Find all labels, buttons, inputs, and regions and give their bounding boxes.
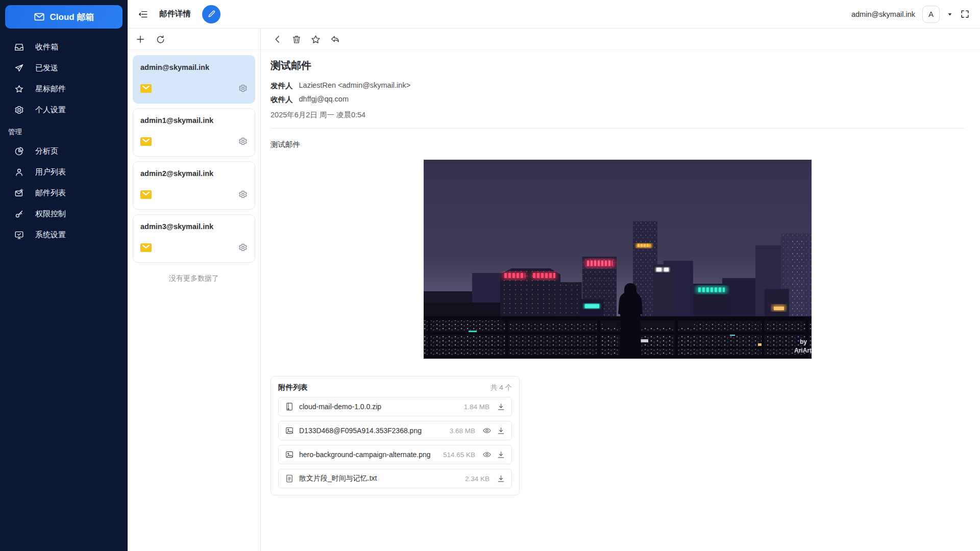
sidebar-item-label: 系统设置	[35, 230, 66, 240]
download-icon[interactable]	[497, 474, 505, 483]
delete-icon[interactable]	[291, 34, 302, 44]
account-settings-gear-icon[interactable]	[238, 243, 248, 252]
inbox-icon	[14, 42, 24, 52]
refresh-icon[interactable]	[156, 35, 165, 44]
text-file-icon	[285, 474, 294, 483]
mail-date: 2025年6月2日 周一 凌晨0:54	[271, 110, 965, 120]
add-account-icon[interactable]	[135, 34, 145, 44]
account-card-email: admin2@skymail.ink	[140, 169, 248, 178]
account-card-email: admin@skymail.ink	[140, 63, 248, 71]
sidebar-item-analytics[interactable]: 分析页	[0, 141, 128, 162]
brand-logo[interactable]: Cloud 邮箱	[5, 5, 122, 29]
from-value: LaziestRen <admin@skymail.ink>	[299, 81, 411, 91]
sidebar-item-label: 星标邮件	[35, 84, 66, 94]
folder-envelope-icon	[140, 243, 152, 252]
attachment-row: cloud-mail-demo-1.0.0.zip 1.84 MB	[278, 397, 512, 416]
sidebar-item-label: 收件箱	[35, 42, 58, 52]
compose-button[interactable]	[202, 5, 220, 23]
sidebar-section-admin: 管理	[0, 120, 128, 141]
sidebar-item-mail-list[interactable]: 邮件列表	[0, 183, 128, 204]
image-file-icon	[285, 426, 294, 435]
mail-from-row: 发件人 LaziestRen <admin@skymail.ink>	[271, 81, 965, 91]
mail-to-row: 收件人 dhffgj@qq.com	[271, 95, 965, 105]
folder-envelope-icon	[140, 190, 152, 199]
sidebar-item-label: 个人设置	[35, 105, 66, 115]
download-icon[interactable]	[497, 427, 505, 435]
attachment-size: 1.84 MB	[464, 403, 489, 411]
sidebar: Cloud 邮箱 收件箱 已发送 星标邮件	[0, 0, 128, 551]
account-list-panel: admin@skymail.ink admin1@skymail.ink	[128, 29, 261, 551]
star-toolbar-icon[interactable]	[310, 34, 321, 45]
sidebar-item-label: 用户列表	[35, 167, 66, 177]
attachments-count: 共 4 个	[491, 383, 512, 392]
monitor-check-icon	[14, 230, 24, 240]
sidebar-item-label: 已发送	[35, 63, 58, 73]
chevron-down-icon[interactable]	[947, 11, 953, 17]
preview-eye-icon[interactable]	[482, 450, 492, 459]
attachment-row: hero-background-campaign-alternate.png 5…	[278, 445, 512, 464]
account-card[interactable]: admin@skymail.ink	[133, 55, 255, 104]
image-credit-line2: AriArts	[794, 347, 812, 354]
attachment-size: 514.65 KB	[443, 451, 475, 459]
sidebar-item-inbox[interactable]: 收件箱	[0, 37, 128, 58]
sidebar-item-label: 权限控制	[35, 209, 66, 219]
no-more-data-text: 没有更多数据了	[133, 274, 255, 283]
account-cards: admin@skymail.ink admin1@skymail.ink	[128, 50, 260, 288]
attachment-name: hero-background-campaign-alternate.png	[299, 450, 431, 459]
folder-envelope-icon	[140, 137, 152, 146]
download-icon[interactable]	[497, 403, 505, 411]
account-card-email: admin1@skymail.ink	[140, 116, 248, 124]
sidebar-item-system-settings[interactable]: 系统设置	[0, 224, 128, 245]
divider	[271, 128, 965, 129]
sidebar-item-label: 邮件列表	[35, 188, 66, 198]
mail-list-icon	[14, 188, 24, 198]
download-icon[interactable]	[497, 450, 505, 459]
sidebar-item-permissions[interactable]: 权限控制	[0, 204, 128, 224]
account-card[interactable]: admin2@skymail.ink	[133, 161, 255, 210]
attachments-title: 附件列表	[278, 383, 308, 392]
sidebar-item-starred[interactable]: 星标邮件	[0, 79, 128, 99]
sidebar-item-label: 分析页	[35, 146, 58, 156]
zip-file-icon	[285, 402, 294, 411]
attachment-name: cloud-mail-demo-1.0.0.zip	[299, 403, 381, 411]
sidebar-item-sent[interactable]: 已发送	[0, 58, 128, 79]
gear-icon	[14, 105, 24, 115]
page-title: 邮件详情	[159, 9, 191, 19]
account-card-email: admin3@skymail.ink	[140, 222, 248, 231]
image-file-icon	[285, 450, 294, 459]
attachment-size: 3.68 MB	[450, 427, 475, 435]
account-settings-gear-icon[interactable]	[238, 84, 248, 93]
attachment-size: 2.34 KB	[465, 475, 489, 483]
mail-logo-icon	[34, 11, 45, 22]
attachment-row: D133D468@F095A914.353F2368.png 3.68 MB	[278, 421, 512, 440]
sidebar-item-personal-settings[interactable]: 个人设置	[0, 99, 128, 120]
fullscreen-icon[interactable]	[960, 9, 970, 19]
account-card[interactable]: admin3@skymail.ink	[133, 214, 255, 263]
image-credit-line1: by	[800, 338, 807, 345]
sidebar-collapse-icon[interactable]	[138, 9, 148, 19]
attachments-panel: 附件列表 共 4 个 cloud-mail-demo-1.0.0.zip 1.8…	[271, 376, 520, 495]
account-email: admin@skymail.ink	[851, 10, 915, 18]
header-account-area: admin@skymail.ink A	[851, 6, 970, 23]
mail-body-image: by AriArts	[424, 160, 812, 359]
user-icon	[14, 167, 24, 177]
star-icon	[14, 84, 24, 94]
account-card[interactable]: admin1@skymail.ink	[133, 108, 255, 157]
mail-toolbar	[261, 29, 980, 50]
account-settings-gear-icon[interactable]	[238, 190, 248, 199]
mail-detail-pane: 测试邮件 发件人 LaziestRen <admin@skymail.ink> …	[261, 29, 980, 551]
from-label: 发件人	[271, 81, 293, 91]
to-label: 收件人	[271, 95, 293, 105]
sidebar-item-user-list[interactable]: 用户列表	[0, 162, 128, 183]
brand-name: Cloud 邮箱	[50, 11, 94, 23]
back-icon[interactable]	[273, 34, 283, 44]
avatar[interactable]: A	[922, 6, 940, 23]
mail-subject: 测试邮件	[271, 59, 965, 72]
account-settings-gear-icon[interactable]	[238, 137, 248, 146]
preview-eye-icon[interactable]	[482, 426, 492, 435]
mail-content: 测试邮件 发件人 LaziestRen <admin@skymail.ink> …	[261, 59, 980, 495]
top-header: 邮件详情 admin@skymail.ink A	[128, 0, 980, 29]
attachment-row: 散文片段_时间与记忆.txt 2.34 KB	[278, 469, 512, 488]
folder-envelope-icon	[140, 84, 152, 93]
reply-icon[interactable]	[330, 34, 340, 45]
